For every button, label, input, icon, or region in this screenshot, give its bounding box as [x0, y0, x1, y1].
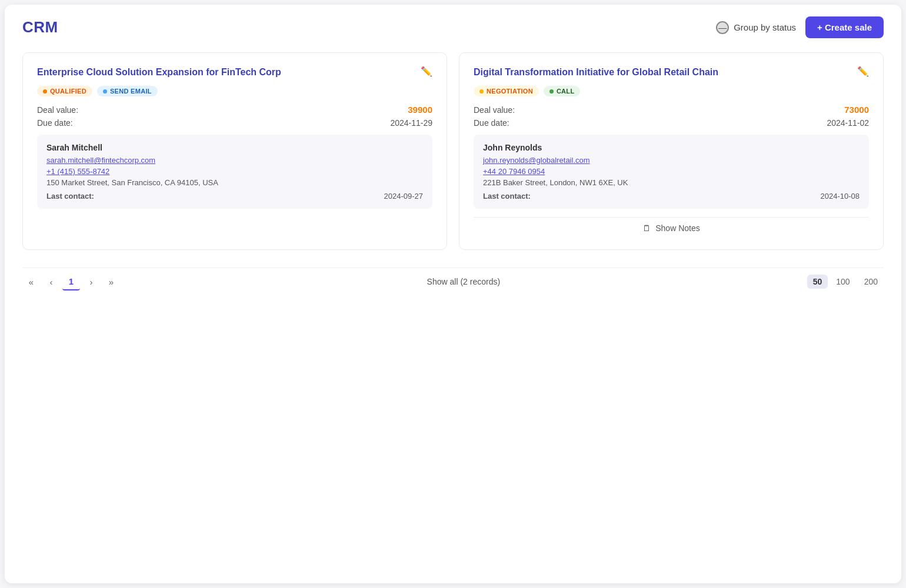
contact-box-2: John Reynolds john.reynolds@globalretail… [474, 135, 869, 209]
tag-dot-qualified [43, 89, 47, 93]
tag-send-email[interactable]: SEND EMAIL [97, 86, 158, 96]
last-contact-label-1: Last contact: [46, 192, 94, 201]
tag-label-qualified: QUALIFIED [50, 88, 86, 95]
group-status-label: Group by status [734, 22, 796, 32]
due-date-row-1: Due date: 2024-11-29 [37, 118, 432, 128]
edit-icon-1[interactable]: ✏️ [421, 66, 432, 77]
contact-address-2: 221B Baker Street, London, NW1 6XE, UK [483, 178, 860, 187]
deal-value-row-1: Deal value: 39900 [37, 105, 432, 115]
create-sale-button[interactable]: + Create sale [805, 16, 884, 38]
card-header-2: Digital Transformation Initiative for Gl… [474, 66, 869, 79]
due-date-1: 2024-11-29 [390, 118, 432, 128]
deal-value-label-1: Deal value: [37, 105, 78, 115]
last-contact-label-2: Last contact: [483, 192, 531, 201]
toggle-icon: — [716, 21, 729, 34]
due-date-label-1: Due date: [37, 118, 73, 128]
first-page-button[interactable]: « [22, 273, 40, 290]
contact-box-1: Sarah Mitchell sarah.mitchell@fintechcor… [37, 135, 432, 209]
deal-card-2: Digital Transformation Initiative for Gl… [459, 52, 884, 250]
deal-value-label-2: Deal value: [474, 105, 515, 115]
next-page-button[interactable]: › [82, 273, 100, 290]
due-date-label-2: Due date: [474, 118, 509, 128]
contact-name-1: Sarah Mitchell [46, 143, 423, 152]
last-contact-row-1: Last contact: 2024-09-27 [46, 192, 423, 201]
card-title-2: Digital Transformation Initiative for Gl… [474, 66, 857, 79]
contact-phone-1[interactable]: +1 (415) 555-8742 [46, 167, 423, 176]
tags-1: QUALIFIED SEND EMAIL [37, 86, 432, 96]
due-date-row-2: Due date: 2024-11-02 [474, 118, 869, 128]
page-size-200[interactable]: 200 [858, 275, 884, 289]
tag-call[interactable]: CALL [544, 86, 581, 96]
last-page-button[interactable]: » [102, 273, 120, 290]
card-header-1: Enterprise Cloud Solution Expansion for … [37, 66, 432, 79]
contact-phone-2[interactable]: +44 20 7946 0954 [483, 167, 860, 176]
contact-email-2[interactable]: john.reynolds@globalretail.com [483, 156, 860, 165]
tag-qualified[interactable]: QUALIFIED [37, 86, 92, 96]
tags-2: NEGOTIATION CALL [474, 86, 869, 96]
page-size-controls: 50 100 200 [807, 275, 884, 289]
last-contact-row-2: Last contact: 2024-10-08 [483, 192, 860, 201]
deal-value-amount-2: 73000 [844, 105, 869, 115]
deal-value-amount-1: 39900 [408, 105, 432, 115]
cards-grid: Enterprise Cloud Solution Expansion for … [22, 52, 884, 250]
contact-address-1: 150 Market Street, San Francisco, CA 941… [46, 178, 423, 187]
show-notes-label: Show Notes [655, 223, 700, 233]
page-1-button[interactable]: 1 [62, 273, 80, 290]
app-container: CRM — Group by status + Create sale Ente… [5, 5, 901, 583]
pagination-bar: « ‹ 1 › » Show all (2 records) 50 100 20… [22, 268, 884, 295]
header: CRM — Group by status + Create sale [22, 16, 884, 38]
tag-label-send-email: SEND EMAIL [110, 88, 152, 95]
tag-label-negotiation: NEGOTIATION [487, 88, 533, 95]
last-contact-date-1: 2024-09-27 [384, 192, 424, 201]
tag-dot-send-email [103, 89, 107, 93]
due-date-2: 2024-11-02 [827, 118, 869, 128]
contact-name-2: John Reynolds [483, 143, 860, 152]
prev-page-button[interactable]: ‹ [42, 273, 60, 290]
edit-icon-2[interactable]: ✏️ [857, 66, 869, 77]
tag-label-call: CALL [557, 88, 575, 95]
page-size-50[interactable]: 50 [807, 275, 828, 289]
group-by-status-toggle[interactable]: — Group by status [716, 21, 796, 34]
pagination-controls: « ‹ 1 › » [22, 273, 120, 290]
header-actions: — Group by status + Create sale [716, 16, 884, 38]
show-notes-button[interactable]: 🗒 Show Notes [474, 217, 869, 239]
app-title: CRM [22, 18, 58, 36]
tag-negotiation[interactable]: NEGOTIATION [474, 86, 539, 96]
card-title-1: Enterprise Cloud Solution Expansion for … [37, 66, 421, 79]
show-all-label: Show all (2 records) [427, 277, 501, 286]
tag-dot-negotiation [479, 89, 484, 93]
deal-value-row-2: Deal value: 73000 [474, 105, 869, 115]
notes-icon: 🗒 [642, 223, 651, 233]
page-size-100[interactable]: 100 [830, 275, 855, 289]
contact-email-1[interactable]: sarah.mitchell@fintechcorp.com [46, 156, 423, 165]
last-contact-date-2: 2024-10-08 [821, 192, 860, 201]
deal-card-1: Enterprise Cloud Solution Expansion for … [22, 52, 447, 250]
tag-dot-call [549, 89, 554, 93]
